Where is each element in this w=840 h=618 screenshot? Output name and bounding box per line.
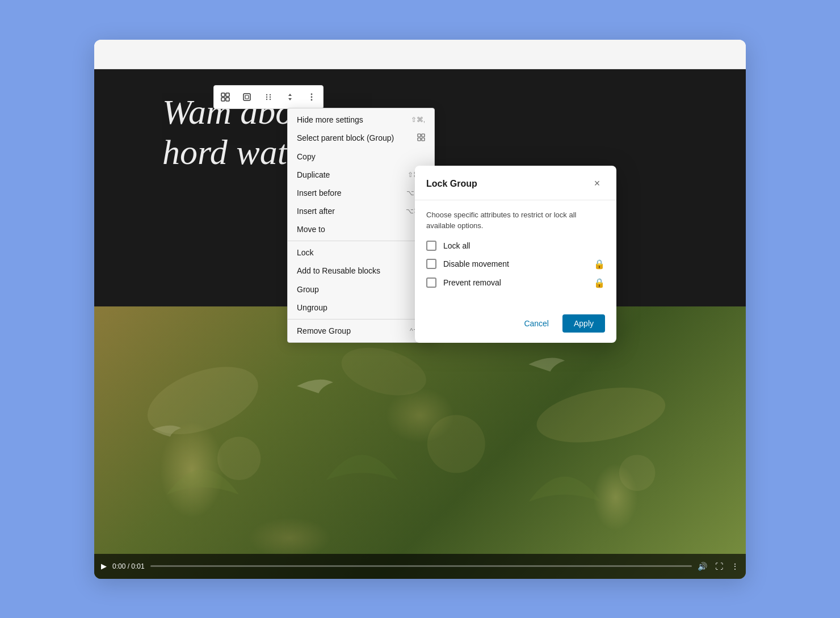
browser-chrome <box>94 40 746 69</box>
menu-item-remove-group[interactable]: Remove Group ^⌥Z <box>288 322 434 340</box>
svg-rect-0 <box>221 93 225 96</box>
drag-handle-button[interactable] <box>258 87 279 107</box>
video-time: 0:00 / 0:01 <box>112 562 145 570</box>
prevent-removal-checkbox[interactable] <box>426 278 436 288</box>
menu-item-group[interactable]: Group <box>288 280 434 299</box>
progress-bar[interactable] <box>150 565 692 567</box>
svg-point-24 <box>619 455 656 491</box>
svg-point-11 <box>270 98 271 99</box>
menu-divider-2 <box>288 319 434 319</box>
more-video-options-icon[interactable]: ⋮ <box>731 562 739 571</box>
svg-rect-18 <box>422 138 425 141</box>
menu-item-select-parent[interactable]: Select parent block (Group) <box>288 129 434 148</box>
disable-movement-option: Disable movement 🔒 <box>426 259 605 270</box>
svg-rect-17 <box>418 138 421 141</box>
prevent-removal-lock-icon: 🔒 <box>594 278 605 288</box>
menu-item-move-to[interactable]: Move to <box>288 220 434 238</box>
move-arrows-button[interactable] <box>280 87 300 107</box>
modal-header: Lock Group × <box>415 166 616 200</box>
video-icon-controls: 🔊 ⛶ ⋮ <box>698 562 739 571</box>
select-group-button[interactable] <box>215 87 236 107</box>
editor-area: Wam about hord watchers. <box>94 69 746 579</box>
svg-point-8 <box>266 98 267 99</box>
prevent-removal-option: Prevent removal 🔒 <box>426 278 605 288</box>
more-options-button[interactable] <box>301 87 322 107</box>
modal-description: Choose specific attributes to restrict o… <box>426 209 605 232</box>
menu-item-lock[interactable]: Lock 🔒 <box>288 243 434 262</box>
svg-point-7 <box>266 96 267 97</box>
menu-item-copy[interactable]: Copy <box>288 148 434 166</box>
video-area: ▶ 0:00 / 0:01 🔊 ⛶ ⋮ <box>94 306 746 579</box>
menu-item-add-reusable[interactable]: Add to Reusable blocks <box>288 262 434 280</box>
group-icon-button[interactable] <box>237 87 257 107</box>
lock-all-option: Lock all <box>426 241 605 251</box>
apply-button[interactable]: Apply <box>562 314 605 333</box>
svg-point-13 <box>311 96 313 98</box>
svg-point-10 <box>270 96 271 97</box>
svg-point-6 <box>266 94 267 95</box>
svg-point-22 <box>217 436 261 480</box>
context-menu: Hide more settings ⇧⌘, Select parent blo… <box>287 108 435 343</box>
svg-rect-5 <box>245 95 249 99</box>
modal-footer: Cancel Apply <box>415 308 616 343</box>
svg-point-20 <box>336 340 431 403</box>
menu-item-ungroup[interactable]: Ungroup <box>288 299 434 317</box>
svg-point-23 <box>427 415 485 473</box>
lock-all-checkbox[interactable] <box>426 241 436 251</box>
prevent-removal-label: Prevent removal <box>443 278 594 287</box>
svg-point-21 <box>532 379 670 451</box>
svg-rect-15 <box>418 134 421 137</box>
browser-window: Wam about hord watchers. <box>94 40 746 579</box>
svg-rect-2 <box>221 98 225 101</box>
disable-movement-checkbox[interactable] <box>426 259 436 269</box>
video-background <box>94 306 746 579</box>
disable-movement-lock-icon: 🔒 <box>594 259 605 270</box>
svg-point-14 <box>311 99 313 100</box>
svg-point-9 <box>270 94 271 95</box>
lock-group-modal: Lock Group × Choose specific attributes … <box>415 166 616 343</box>
fullscreen-icon[interactable]: ⛶ <box>715 562 723 571</box>
disable-movement-label: Disable movement <box>443 259 594 268</box>
volume-icon[interactable]: 🔊 <box>698 562 707 571</box>
svg-rect-3 <box>226 98 229 101</box>
svg-rect-16 <box>422 134 425 137</box>
modal-title: Lock Group <box>426 179 477 189</box>
menu-item-insert-before[interactable]: Insert before ⌥⌘T <box>288 184 434 202</box>
menu-item-hide-settings[interactable]: Hide more settings ⇧⌘, <box>288 111 434 129</box>
modal-close-button[interactable]: × <box>589 176 605 192</box>
modal-body: Choose specific attributes to restrict o… <box>415 200 616 308</box>
video-controls: ▶ 0:00 / 0:01 🔊 ⛶ ⋮ <box>94 554 746 579</box>
svg-point-19 <box>138 353 267 447</box>
svg-point-12 <box>311 93 313 95</box>
birds-svg <box>94 340 746 504</box>
menu-divider-1 <box>288 241 434 241</box>
lock-all-label: Lock all <box>443 241 605 250</box>
play-button[interactable]: ▶ <box>101 562 107 570</box>
svg-rect-4 <box>243 94 250 100</box>
svg-rect-1 <box>226 93 229 96</box>
block-toolbar <box>213 85 324 109</box>
cancel-button[interactable]: Cancel <box>516 314 557 333</box>
menu-item-duplicate[interactable]: Duplicate ⇧⌘D <box>288 166 434 184</box>
menu-item-insert-after[interactable]: Insert after ⌥⌘Y <box>288 202 434 220</box>
